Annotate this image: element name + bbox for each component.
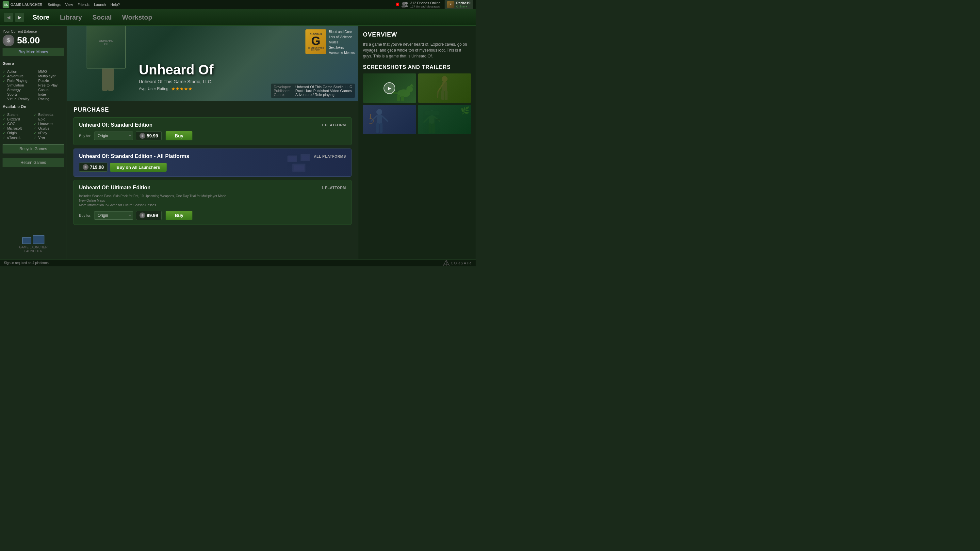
genre-action[interactable]: ✓Action xyxy=(3,69,33,74)
platform-vive[interactable]: ✓Vive xyxy=(33,135,64,140)
genre-grid: ✓Action ✓Adventure ✓Role Playing ✓Simula… xyxy=(3,69,64,101)
standard-buy-button[interactable]: Buy xyxy=(165,131,192,140)
svg-point-0 xyxy=(402,2,406,5)
menu-view[interactable]: View xyxy=(65,3,73,6)
svg-rect-38 xyxy=(429,116,434,124)
screenshot-3[interactable]: 🌿 xyxy=(418,105,471,134)
descriptor-2: Lots of Violence xyxy=(329,35,355,40)
epic-check: ✓ xyxy=(33,118,37,121)
platform-oculus[interactable]: ✓Oculus xyxy=(33,126,64,130)
user-area[interactable]: P Pedro19 Online ▾ xyxy=(445,0,473,9)
platform-blizzard[interactable]: ✓Blizzard xyxy=(3,117,33,121)
standard-platform-select-wrapper: Origin Steam GOG xyxy=(94,132,133,140)
bethesda-check: ✓ xyxy=(33,113,37,116)
balance-label: Your Current Balance xyxy=(3,29,64,33)
uplay-check: ✓ xyxy=(33,131,37,135)
allplatforms-price-coin: $ xyxy=(83,164,89,170)
hero-rating: Avg. User Rating ★★★★★ xyxy=(139,86,214,91)
notification-area: ! 312 Friends Online 127 Unread Messages xyxy=(396,1,441,8)
purchase-card-ultimate: Unheard Of: Ultimate Edition 1 PLATFORM … xyxy=(73,180,352,225)
sidebar-logo-text: GAME LAUNCHER LAUNCHER xyxy=(19,246,48,253)
hero-studio: Unheard Of This Game Studio, LLC. xyxy=(139,79,214,84)
app-logo-text: GAME LAUNCHER xyxy=(10,3,43,6)
publisher-row: Publisher: Rock Hard Published Video Gam… xyxy=(274,89,352,93)
ultimate-platform-select[interactable]: Origin Steam GOG xyxy=(94,211,133,220)
play-button-overlay[interactable]: ▶ xyxy=(363,73,416,103)
screenshot-video[interactable]: ▶ xyxy=(363,73,416,103)
nav-forward-button[interactable]: ▶ xyxy=(15,13,24,22)
genre-row: Genre: Adventure / Role playing xyxy=(274,93,352,97)
svg-line-25 xyxy=(438,91,438,98)
buy-more-button[interactable]: Buy More Money xyxy=(3,48,64,56)
genre-role-playing[interactable]: ✓Role Playing xyxy=(3,78,33,83)
genre-value: Adventure / Role playing xyxy=(295,93,334,97)
rating-label: Avg. User Rating xyxy=(139,86,169,91)
platform-origin[interactable]: ✓Origin xyxy=(3,130,33,135)
friends-icon-area xyxy=(401,2,408,8)
genre-free-to-play[interactable]: ✓Free to Play xyxy=(33,83,64,87)
ultimate-price: 99.99 xyxy=(147,213,158,218)
hero-game-title: Unheard Of xyxy=(139,62,214,78)
genre-simulation[interactable]: ✓Simulation xyxy=(3,83,33,87)
svg-point-1 xyxy=(405,2,408,5)
screenshot-1[interactable] xyxy=(418,73,471,103)
balance-amount: 58.00 xyxy=(17,35,40,46)
platform-utorrent[interactable]: ✓uTorrent xyxy=(3,135,33,140)
developer-row: Developer: Unheard Of This Game Studio, … xyxy=(274,85,352,89)
recycle-games-button[interactable]: Recycle Games xyxy=(3,144,64,153)
descriptor-4: Sex Jokes xyxy=(329,45,355,50)
ultimate-card-header: Unheard Of: Ultimate Edition 1 PLATFORM xyxy=(79,185,346,191)
platform-limewire[interactable]: ✓Limewire xyxy=(33,121,64,126)
menu-settings[interactable]: Settings xyxy=(48,3,61,6)
platform-steam[interactable]: ✓Steam xyxy=(3,112,33,117)
buy-all-platforms-button[interactable]: Buy on All Launchers xyxy=(110,163,167,172)
sidebar-logo: GAME LAUNCHER LAUNCHER xyxy=(3,232,64,256)
tab-workstop[interactable]: Workstop xyxy=(118,13,156,22)
soldier-silhouette xyxy=(423,110,441,134)
tab-store[interactable]: Store xyxy=(29,13,53,22)
screenshot-2[interactable] xyxy=(363,105,416,134)
nav-back-button[interactable]: ◀ xyxy=(4,13,13,22)
platform-epic[interactable]: ✓Epic xyxy=(33,117,64,121)
tab-social[interactable]: Social xyxy=(89,13,116,22)
tab-library[interactable]: Library xyxy=(56,13,86,22)
platform-uplay[interactable]: ✓uPlay xyxy=(33,130,64,135)
standard-platform-select[interactable]: Origin Steam GOG xyxy=(94,132,133,140)
platform-bethesda[interactable]: ✓Bethesda xyxy=(33,112,64,117)
return-games-button[interactable]: Return Games xyxy=(3,158,64,167)
genre-sports[interactable]: ✓Sports xyxy=(3,92,33,97)
genre-strategy[interactable]: ✓Strategy xyxy=(3,87,33,92)
strategy-check: ✓ xyxy=(3,88,6,92)
logo-box-large xyxy=(33,235,45,244)
ultimate-platform-badge: 1 PLATFORM xyxy=(322,186,346,190)
platform-gog[interactable]: ✓GOG xyxy=(3,121,33,126)
menu-help[interactable]: Help? xyxy=(110,3,120,6)
genre-casual[interactable]: ✓Casual xyxy=(33,87,64,92)
svg-rect-43 xyxy=(436,119,440,121)
menu-friends[interactable]: Friends xyxy=(78,3,89,6)
standard-purchase-row: Buy for: Origin Steam GOG $ 59.99 Buy xyxy=(79,131,346,140)
hero-info: UNHEARDOF Unheard Of Unheard Of This Gam… xyxy=(139,62,214,91)
microsoft-check: ✓ xyxy=(3,127,6,130)
genre-indie[interactable]: ✓Indie xyxy=(33,92,64,97)
username: Pedro19 xyxy=(457,1,470,5)
balance-section: Your Current Balance $ 58.00 Buy More Mo… xyxy=(3,29,64,56)
ultimate-buy-button[interactable]: Buy xyxy=(165,211,192,220)
genre-virtual-reality[interactable]: ✓Virtual Reality xyxy=(3,97,33,101)
ultimate-edition-title: Unheard Of: Ultimate Edition xyxy=(79,185,151,191)
action-check: ✓ xyxy=(3,70,6,73)
menu-launch[interactable]: Launch xyxy=(94,3,106,6)
genre-multiplayer[interactable]: ✓Multiplayer xyxy=(33,74,64,78)
genre-left-col: ✓Action ✓Adventure ✓Role Playing ✓Simula… xyxy=(3,69,33,101)
origin-check: ✓ xyxy=(3,131,6,135)
platform-right-col: ✓Bethesda ✓Epic ✓Limewire ✓Oculus ✓uPlay… xyxy=(33,112,64,140)
mmo-check: ✓ xyxy=(33,70,37,73)
platform-microsoft[interactable]: ✓Microsoft xyxy=(3,126,33,130)
genre-adventure[interactable]: ✓Adventure xyxy=(3,74,33,78)
svg-rect-27 xyxy=(445,91,447,100)
genre-puzzle[interactable]: ✓Puzzle xyxy=(33,78,64,83)
genre-racing[interactable]: ✓Racing xyxy=(33,97,64,101)
notification-badge: ! xyxy=(396,3,399,6)
genre-mmo[interactable]: ✓MMO xyxy=(33,69,64,74)
nav-tabs: Store Library Social Workstop xyxy=(29,13,156,22)
